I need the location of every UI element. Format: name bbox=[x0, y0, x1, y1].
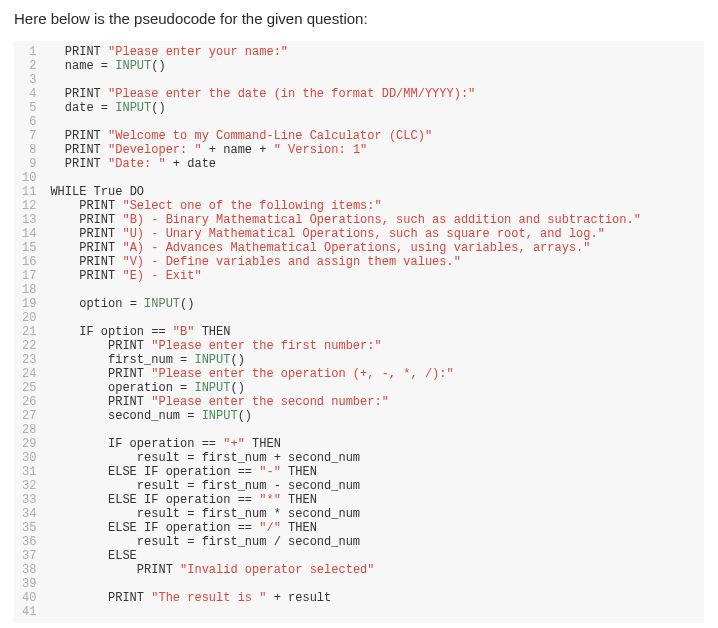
code-content: PRINT "Please enter your name:" name = I… bbox=[44, 45, 647, 619]
code-line bbox=[50, 605, 641, 619]
line-number-gutter: 1234567891011121314151617181920212223242… bbox=[14, 45, 44, 619]
line-number: 18 bbox=[22, 283, 36, 297]
code-line: result = first_num + second_num bbox=[50, 451, 641, 465]
intro-text: Here below is the pseudocode for the giv… bbox=[14, 10, 704, 27]
line-number: 22 bbox=[22, 339, 36, 353]
line-number: 7 bbox=[22, 129, 36, 143]
code-line: ELSE IF operation == "-" THEN bbox=[50, 465, 641, 479]
code-line: first_num = INPUT() bbox=[50, 353, 641, 367]
code-line bbox=[50, 73, 641, 87]
line-number: 35 bbox=[22, 521, 36, 535]
code-line: PRINT "Welcome to my Command-Line Calcul… bbox=[50, 129, 641, 143]
line-number: 10 bbox=[22, 171, 36, 185]
line-number: 16 bbox=[22, 255, 36, 269]
code-line: option = INPUT() bbox=[50, 297, 641, 311]
code-line: result = first_num - second_num bbox=[50, 479, 641, 493]
line-number: 2 bbox=[22, 59, 36, 73]
line-number: 38 bbox=[22, 563, 36, 577]
code-line: PRINT "Invalid operator selected" bbox=[50, 563, 641, 577]
code-line: PRINT "Select one of the following items… bbox=[50, 199, 641, 213]
line-number: 20 bbox=[22, 311, 36, 325]
line-number: 9 bbox=[22, 157, 36, 171]
code-line bbox=[50, 577, 641, 591]
code-line: PRINT "B) - Binary Mathematical Operatio… bbox=[50, 213, 641, 227]
line-number: 36 bbox=[22, 535, 36, 549]
code-line: PRINT "Developer: " + name + " Version: … bbox=[50, 143, 641, 157]
line-number: 33 bbox=[22, 493, 36, 507]
line-number: 8 bbox=[22, 143, 36, 157]
code-line: PRINT "Date: " + date bbox=[50, 157, 641, 171]
line-number: 4 bbox=[22, 87, 36, 101]
line-number: 14 bbox=[22, 227, 36, 241]
line-number: 1 bbox=[22, 45, 36, 59]
code-line: IF option == "B" THEN bbox=[50, 325, 641, 339]
line-number: 40 bbox=[22, 591, 36, 605]
code-line: PRINT "Please enter your name:" bbox=[50, 45, 641, 59]
line-number: 41 bbox=[22, 605, 36, 619]
line-number: 37 bbox=[22, 549, 36, 563]
line-number: 23 bbox=[22, 353, 36, 367]
code-line: ELSE IF operation == "/" THEN bbox=[50, 521, 641, 535]
line-number: 31 bbox=[22, 465, 36, 479]
line-number: 30 bbox=[22, 451, 36, 465]
code-line bbox=[50, 171, 641, 185]
code-line: ELSE bbox=[50, 549, 641, 563]
code-line: date = INPUT() bbox=[50, 101, 641, 115]
code-block: 1234567891011121314151617181920212223242… bbox=[14, 41, 704, 623]
line-number: 12 bbox=[22, 199, 36, 213]
line-number: 32 bbox=[22, 479, 36, 493]
line-number: 15 bbox=[22, 241, 36, 255]
line-number: 6 bbox=[22, 115, 36, 129]
code-line: operation = INPUT() bbox=[50, 381, 641, 395]
line-number: 13 bbox=[22, 213, 36, 227]
line-number: 39 bbox=[22, 577, 36, 591]
line-number: 29 bbox=[22, 437, 36, 451]
code-line: result = first_num * second_num bbox=[50, 507, 641, 521]
line-number: 19 bbox=[22, 297, 36, 311]
code-line: PRINT "A) - Advances Mathematical Operat… bbox=[50, 241, 641, 255]
line-number: 11 bbox=[22, 185, 36, 199]
line-number: 26 bbox=[22, 395, 36, 409]
code-line: PRINT "Please enter the date (in the for… bbox=[50, 87, 641, 101]
code-line: PRINT "V) - Define variables and assign … bbox=[50, 255, 641, 269]
code-line: result = first_num / second_num bbox=[50, 535, 641, 549]
line-number: 28 bbox=[22, 423, 36, 437]
code-line: PRINT "E) - Exit" bbox=[50, 269, 641, 283]
code-line: PRINT "U) - Unary Mathematical Operation… bbox=[50, 227, 641, 241]
line-number: 27 bbox=[22, 409, 36, 423]
code-line: IF operation == "+" THEN bbox=[50, 437, 641, 451]
code-line: WHILE True DO bbox=[50, 185, 641, 199]
line-number: 5 bbox=[22, 101, 36, 115]
code-line bbox=[50, 311, 641, 325]
code-line: name = INPUT() bbox=[50, 59, 641, 73]
code-line: second_num = INPUT() bbox=[50, 409, 641, 423]
line-number: 21 bbox=[22, 325, 36, 339]
line-number: 3 bbox=[22, 73, 36, 87]
code-line bbox=[50, 283, 641, 297]
line-number: 25 bbox=[22, 381, 36, 395]
code-line bbox=[50, 423, 641, 437]
line-number: 17 bbox=[22, 269, 36, 283]
code-line: ELSE IF operation == "*" THEN bbox=[50, 493, 641, 507]
line-number: 24 bbox=[22, 367, 36, 381]
code-line: PRINT "Please enter the operation (+, -,… bbox=[50, 367, 641, 381]
code-line: PRINT "The result is " + result bbox=[50, 591, 641, 605]
line-number: 34 bbox=[22, 507, 36, 521]
code-line: PRINT "Please enter the second number:" bbox=[50, 395, 641, 409]
code-line bbox=[50, 115, 641, 129]
code-line: PRINT "Please enter the first number:" bbox=[50, 339, 641, 353]
